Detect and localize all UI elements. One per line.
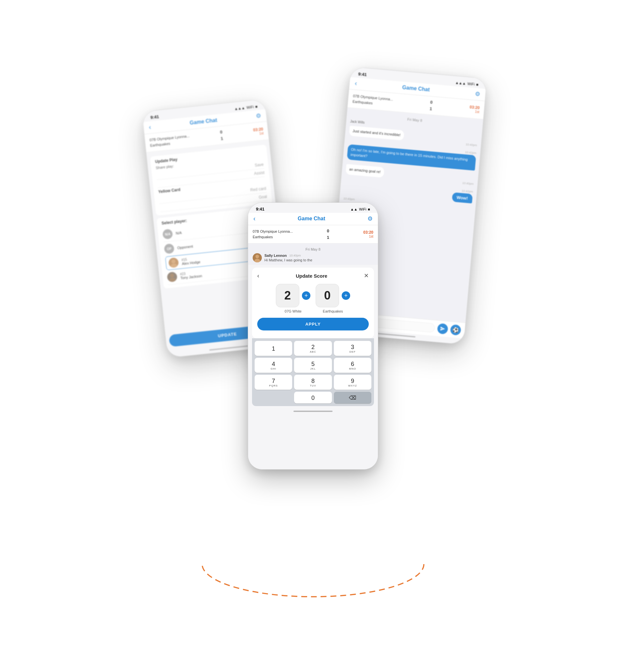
modal-title: Update Score [296, 273, 327, 279]
back-button-front[interactable]: ‹ [253, 215, 256, 222]
team1-front: 07B Olympique Lyonna... [253, 229, 293, 234]
match-clock-front: 03:20 [363, 230, 373, 235]
left-score-digit: 2 [276, 284, 299, 307]
match-clock-right: 03:20 [469, 105, 480, 111]
key-0[interactable]: 0 [294, 392, 331, 404]
chat-text-sally: Hi Matthew, I was going to the [264, 258, 312, 262]
match-teams-front: 07B Olympique Lyonna... Earthquakes [253, 229, 293, 240]
modal-header: ‹ Update Score ✕ [257, 272, 369, 279]
signal-icon-front: ▲▲ [350, 207, 358, 211]
wifi-icon-right: WiFi [467, 81, 475, 86]
battery-icon-front: ■ [368, 207, 370, 211]
team2-front: Earthquakes [253, 234, 293, 240]
left-score-plus[interactable]: + [302, 291, 310, 300]
key-delete[interactable]: ⌫ [334, 392, 371, 404]
match-teams-left: 07B Olympique Lyonna... Earthquakes [149, 133, 190, 148]
wifi-icon: WiFi [247, 104, 254, 109]
player-avatar-tony [167, 271, 177, 282]
left-score-box: 2 + 07G White [276, 284, 310, 313]
key-4[interactable]: 4GHI [255, 358, 292, 373]
chat-time-jack: 10:40pm [466, 143, 477, 147]
front-phone-content: 9:41 ▲▲ WiFi ■ ‹ Game Chat ⚙ 07B Olympiq… [248, 203, 378, 469]
score1-left: 0 [220, 129, 223, 135]
match-score-left: 0 1 [220, 129, 223, 142]
status-time-front: 9:41 [256, 207, 264, 212]
score1-front: 0 [327, 228, 329, 234]
match-bar-front: 07B Olympique Lyonna... Earthquakes 0 1 … [248, 225, 378, 243]
key-5[interactable]: 5JKL [294, 358, 331, 373]
match-score-right: 0 1 [430, 99, 433, 112]
update-score-modal: ‹ Update Score ✕ 2 + 07G White [252, 268, 374, 338]
match-period-right: 1st [469, 109, 480, 114]
phone-header-front: ‹ Game Chat ⚙ [248, 213, 378, 225]
status-icons-right: ▲▲▲ WiFi ■ [455, 80, 479, 86]
score1-right: 0 [430, 99, 433, 105]
filter-icon-right[interactable]: ⚙ [475, 90, 481, 97]
battery-icon: ■ [255, 104, 258, 109]
send-button-right[interactable] [437, 323, 448, 335]
soccer-button-right[interactable]: ⚽ [450, 324, 461, 336]
player-avatar-alex [168, 258, 179, 268]
key-6[interactable]: 6MNO [334, 358, 371, 373]
score2-left: 1 [221, 135, 223, 142]
home-indicator-left [209, 345, 249, 351]
key-empty [255, 392, 292, 404]
right-team-label: Earthquakes [323, 309, 343, 313]
status-time-right: 9:41 [358, 71, 367, 77]
signal-icon: ▲▲▲ [234, 105, 245, 111]
right-score-plus[interactable]: + [342, 291, 350, 300]
player-name-opponent: Opponent [177, 244, 193, 250]
play-options: Save Assist Yellow Card Red card Goal [156, 161, 268, 212]
key-7[interactable]: 7PQRS [255, 375, 292, 390]
avatar-sally [253, 253, 262, 262]
status-icons-left: ▲▲▲ WiFi ■ [234, 104, 258, 111]
key-9[interactable]: 9WXYZ [334, 375, 371, 390]
chat-time-incoming3: 10:40pm [343, 196, 355, 201]
arc-decoration [191, 538, 435, 610]
player-name-na: N/A [176, 231, 182, 235]
score2-front: 1 [327, 234, 329, 241]
match-time-left: 03:20 1st [253, 127, 264, 136]
score2-right: 1 [430, 105, 432, 112]
right-score-box: 0 + Earthquakes [316, 284, 350, 313]
chat-time-wow: 10:42pm [461, 189, 473, 193]
right-score-digit: 0 [316, 284, 339, 307]
chat-bubble-wow: Wow! [451, 192, 473, 203]
key-3[interactable]: 3DEF [334, 341, 371, 356]
match-time-front: 03:20 1st [363, 230, 373, 238]
keyboard: 1 2ABC 3DEF 4GHI 5JKL 6MNO 7PQRS 8TUV 9W… [252, 338, 374, 406]
signal-icon-right: ▲▲▲ [455, 80, 466, 86]
chat-time-sally: 10:40pm [289, 254, 301, 257]
sender-sally: Sally Lennon [264, 254, 286, 258]
filter-icon-left[interactable]: ⚙ [256, 112, 261, 120]
score-nums-left: 0 1 [220, 129, 223, 142]
player-avatar-opponent: OP [164, 243, 175, 254]
match-teams-right: 07B Olympique Lyonna... Earthquakes [352, 93, 394, 107]
svg-point-0 [202, 531, 424, 597]
match-period-front: 1st [363, 235, 373, 238]
modal-close-button[interactable]: ✕ [364, 272, 369, 279]
front-phone: 9:41 ▲▲ WiFi ■ ‹ Game Chat ⚙ 07B Olympiq… [248, 202, 378, 470]
key-1[interactable]: 1 [255, 341, 292, 356]
chat-time-incoming2: 10:40pm [462, 181, 474, 186]
apply-button[interactable]: APPLY [257, 318, 369, 331]
wifi-icon-front: WiFi [359, 207, 366, 211]
date-divider-front: Fri May 8 [253, 247, 373, 251]
filter-icon-front[interactable]: ⚙ [367, 215, 373, 222]
status-bar-front: 9:41 ▲▲ WiFi ■ [248, 203, 378, 213]
status-icons-front: ▲▲ WiFi ■ [350, 207, 370, 211]
key-8[interactable]: 8TUV [294, 375, 331, 390]
chat-bubble-jack: Just started and it's incredible! [349, 126, 404, 141]
match-time-right: 03:20 1st [469, 105, 480, 114]
key-2[interactable]: 2ABC [294, 341, 331, 356]
scene: 9:41 ▲▲▲ WiFi ■ ‹ Game Chat ⚙ 07B Olympi… [134, 43, 492, 629]
modal-back-button[interactable]: ‹ [257, 272, 259, 279]
left-team-label: 07G White [285, 309, 302, 313]
home-indicator-front [294, 411, 332, 412]
battery-icon-right: ■ [476, 82, 479, 87]
chat-time-outgoing1: 10:42pm [465, 150, 477, 155]
player-avatar-na: N/A [162, 229, 173, 240]
chat-preview-front: Fri May 8 Sally Lennon 10:40pm Hi Matthe… [248, 243, 378, 265]
svg-point-9 [256, 255, 259, 259]
status-time-left: 9:41 [150, 114, 159, 120]
